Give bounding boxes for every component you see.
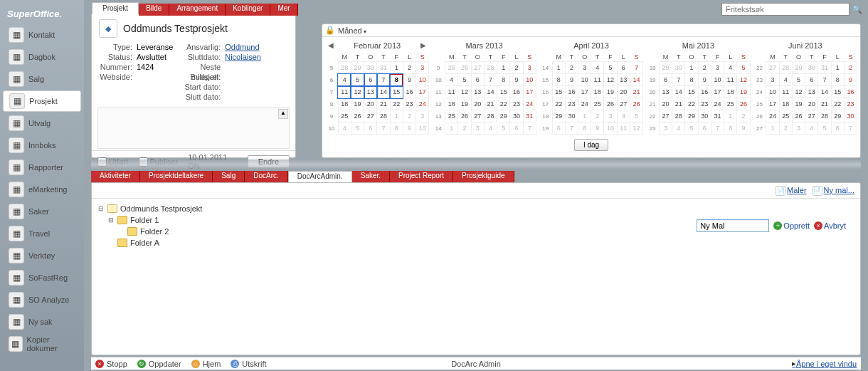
calendar-day[interactable]: 7: [565, 122, 578, 135]
calendar-day[interactable]: 7: [818, 74, 831, 86]
print-button[interactable]: ⎙Utskrift: [231, 360, 266, 368]
calendar-day[interactable]: 19: [351, 98, 364, 110]
calendar-day[interactable]: 8: [390, 74, 403, 86]
calendar-day[interactable]: 29: [552, 110, 565, 122]
calendar-day[interactable]: 25: [445, 62, 458, 74]
calendar-day[interactable]: 1: [578, 110, 591, 122]
calendar-day[interactable]: 17: [578, 86, 591, 98]
bottom-tab-docarc-[interactable]: DocArc.: [245, 171, 288, 183]
calendar-day[interactable]: 6: [364, 122, 377, 135]
tree-folderA[interactable]: · Folder A: [97, 237, 202, 249]
calendar-day[interactable]: 15: [552, 86, 565, 98]
calendar-day[interactable]: 1: [390, 110, 403, 122]
calendar-day[interactable]: 20: [805, 98, 818, 110]
calendar-day[interactable]: 26: [458, 62, 471, 74]
calendar-day[interactable]: 8: [831, 74, 844, 86]
calendar-day[interactable]: 7: [711, 122, 724, 135]
calendar-day[interactable]: 2: [737, 110, 750, 122]
calendar-day[interactable]: 26: [458, 110, 471, 122]
calendar-day[interactable]: 24: [766, 110, 779, 122]
calendar-day[interactable]: 1: [552, 62, 565, 74]
search-icon[interactable]: 🔍: [852, 5, 862, 14]
calendar-day[interactable]: 4: [672, 122, 685, 135]
calendar-day[interactable]: 3: [604, 110, 617, 122]
calendar-day[interactable]: 31: [523, 110, 536, 122]
calendar-day[interactable]: 17: [523, 86, 536, 98]
calendar-day[interactable]: 22: [685, 98, 698, 110]
calendar-day[interactable]: 12: [604, 74, 617, 86]
calendar-day[interactable]: 20: [659, 98, 672, 110]
calendar-day[interactable]: 27: [805, 110, 818, 122]
tree-folder2[interactable]: · Folder 2: [97, 226, 202, 237]
calendar-day[interactable]: 28: [338, 62, 351, 74]
calendar-day[interactable]: 8: [552, 74, 565, 86]
calendar-day[interactable]: 4: [338, 122, 351, 135]
sidebar-item-travel[interactable]: ▦Travel: [3, 223, 81, 244]
calendar-day[interactable]: 29: [831, 110, 844, 122]
calendar-day[interactable]: 8: [724, 122, 737, 135]
tree-root[interactable]: ⊟ Oddmunds Testprosjekt: [97, 203, 202, 214]
calendar-day[interactable]: 6: [364, 74, 377, 86]
calendar-day[interactable]: 25: [445, 110, 458, 122]
calendar-day[interactable]: 23: [510, 98, 523, 110]
create-button[interactable]: +Opprett: [773, 221, 810, 230]
calendar-day[interactable]: 11: [779, 86, 792, 98]
calendar-day[interactable]: 22: [831, 98, 844, 110]
calendar-day[interactable]: 7: [672, 74, 685, 86]
sidebar-item-salg[interactable]: ▦Salg: [3, 68, 81, 90]
calendar-day[interactable]: 1: [685, 62, 698, 74]
calendar-day[interactable]: 2: [779, 122, 792, 135]
calendar-day[interactable]: 29: [685, 110, 698, 122]
calendar-day[interactable]: 6: [659, 74, 672, 86]
calendar-day[interactable]: 2: [591, 110, 604, 122]
calendar-day[interactable]: 30: [805, 62, 818, 74]
calendar-day[interactable]: 1: [724, 110, 737, 122]
calendar-day[interactable]: 4: [338, 74, 351, 86]
sidebar-item-emarketing[interactable]: ▦eMarketing: [3, 179, 81, 200]
calendar-day[interactable]: 26: [604, 98, 617, 110]
calendar-day[interactable]: 30: [672, 62, 685, 74]
calendar-day[interactable]: 5: [497, 122, 510, 135]
calendar-day[interactable]: 30: [844, 110, 857, 122]
project-notes-area[interactable]: ▲: [97, 108, 290, 149]
calendar-day[interactable]: 6: [552, 122, 565, 135]
lock-icon[interactable]: 🔒: [325, 26, 335, 35]
calendar-day[interactable]: 14: [818, 86, 831, 98]
sidebar-item-ny-sak[interactable]: ▦Ny sak: [3, 311, 81, 333]
calendar-day[interactable]: 5: [351, 122, 364, 135]
calendar-day[interactable]: 28: [818, 110, 831, 122]
calendar-day[interactable]: 5: [818, 122, 831, 135]
calendar-day[interactable]: 9: [844, 74, 857, 86]
bottom-tab-docarcadmin-[interactable]: DocArcAdmin.: [288, 171, 352, 183]
calendar-day[interactable]: 12: [458, 86, 471, 98]
nymal-link[interactable]: Ny mal...: [824, 186, 854, 194]
calendar-day[interactable]: 4: [779, 74, 792, 86]
calendar-day[interactable]: 2: [403, 62, 416, 74]
calendar-day[interactable]: 9: [737, 122, 750, 135]
project-tab-bilde[interactable]: Bilde: [139, 4, 169, 16]
calendar-day[interactable]: 3: [471, 122, 484, 135]
calendar-day[interactable]: 27: [471, 62, 484, 74]
calendar-day[interactable]: 10: [523, 74, 536, 86]
calendar-day[interactable]: 28: [484, 62, 497, 74]
calendar-day[interactable]: 26: [351, 110, 364, 122]
calendar-day[interactable]: 11: [445, 86, 458, 98]
calendar-day[interactable]: 27: [766, 62, 779, 74]
calendar-day[interactable]: 5: [604, 62, 617, 74]
sidebar-item-rapporter[interactable]: ▦Rapporter: [3, 157, 81, 178]
open-in-window-link[interactable]: Åpne i eget vindu: [792, 359, 857, 368]
project-tab-arrangement[interactable]: Arrangement: [169, 4, 226, 16]
calendar-day[interactable]: 3: [659, 122, 672, 135]
calendar-day[interactable]: 12: [351, 86, 364, 98]
calendar-day[interactable]: 30: [698, 110, 711, 122]
calendar-day[interactable]: 7: [630, 62, 642, 74]
calendar-day[interactable]: 13: [659, 86, 672, 98]
calendar-day[interactable]: 19: [604, 86, 617, 98]
calendar-day[interactable]: 8: [390, 122, 403, 135]
calendar-day[interactable]: 9: [565, 74, 578, 86]
project-tab-koblinger[interactable]: Koblinger: [226, 4, 270, 16]
calendar-day[interactable]: 28: [672, 110, 685, 122]
calendar-day[interactable]: 10: [766, 86, 779, 98]
calendar-day[interactable]: 28: [630, 98, 642, 110]
calendar-day[interactable]: 9: [403, 122, 416, 135]
